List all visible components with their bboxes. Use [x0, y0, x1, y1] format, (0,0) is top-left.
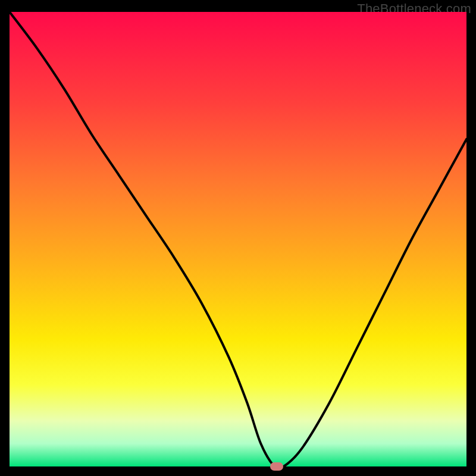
bottleneck-curve	[10, 12, 466, 466]
plot-area	[10, 12, 466, 466]
minimum-marker	[270, 462, 283, 471]
chart-frame: TheBottleneck.com	[0, 0, 476, 476]
